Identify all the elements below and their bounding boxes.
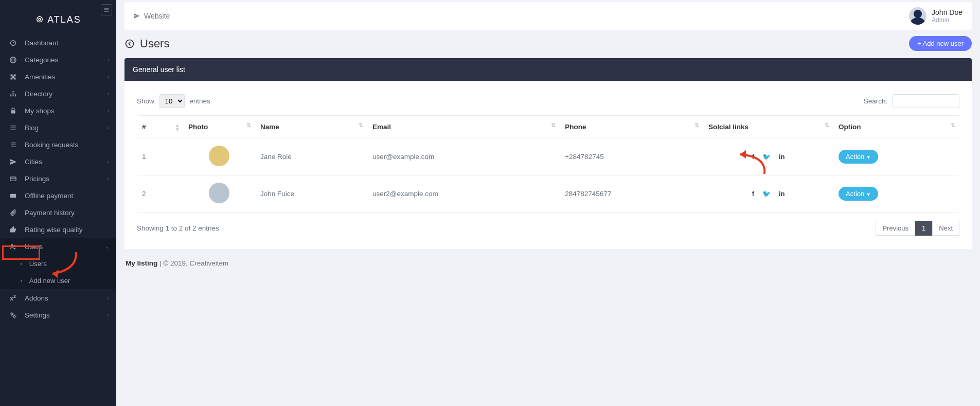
svg-point-9	[12, 91, 14, 93]
sidebar-item-label: Cities	[25, 158, 42, 166]
next-button[interactable]: Next	[932, 221, 959, 236]
search-label: Search:	[864, 97, 888, 105]
sidebar-item-label: Users	[25, 243, 43, 251]
col-option[interactable]: Option⇅	[833, 116, 959, 138]
action-button[interactable]: Action ▼	[839, 187, 878, 201]
cell-email: user@example.com	[367, 138, 560, 175]
sidebar-item-label: My shops	[25, 107, 55, 115]
sidebar: ATLAS DashboardCategories›Amenities›Dire…	[0, 0, 116, 277]
user-name: John Doe	[932, 8, 963, 16]
sidebar-item-blog[interactable]: Blog›	[0, 119, 116, 136]
add-new-user-button[interactable]: + Add new user	[909, 36, 972, 51]
plane-icon	[8, 158, 17, 166]
cell-photo	[183, 138, 255, 175]
chevron-icon: ›	[108, 125, 109, 131]
sort-icon: ▴▾	[176, 123, 179, 131]
sidebar-item-label: Dashboard	[25, 39, 59, 47]
sidebar-item-label: Pricings	[25, 175, 49, 183]
page-title: Users	[124, 37, 169, 50]
footer-credit: Creativeitem	[190, 259, 229, 267]
cell-social: f🐦in	[703, 175, 833, 213]
sidebar-item-label: Booking requests	[25, 141, 78, 149]
sidebar-item-offline-payment[interactable]: Offline payment	[0, 187, 116, 204]
facebook-icon[interactable]: f	[752, 190, 754, 198]
user-menu[interactable]: John Doe Admin	[909, 7, 963, 25]
table-row: 2John Fuiceuser2@example.com284782745677…	[137, 175, 959, 213]
page-1-button[interactable]: 1	[915, 221, 932, 236]
sidebar-toggle-button[interactable]	[101, 4, 112, 15]
col-name[interactable]: Name⇅	[255, 116, 367, 138]
svg-rect-13	[11, 110, 15, 113]
thumb-icon	[8, 226, 17, 234]
grid-icon	[8, 141, 17, 149]
sidebar-item-my-shops[interactable]: My shops›	[0, 102, 116, 119]
lock-icon	[8, 107, 17, 115]
sidebar-subitem-users[interactable]: •Users	[0, 255, 116, 272]
sidebar-item-directory[interactable]: Directory›	[0, 85, 116, 102]
svg-point-26	[11, 244, 13, 247]
website-link[interactable]: Website	[134, 12, 170, 20]
col--[interactable]: #▴▾	[137, 116, 183, 138]
sidebar-item-cities[interactable]: Cities›	[0, 153, 116, 170]
sidebar-item-label: Categories	[25, 56, 58, 64]
tree-icon	[8, 90, 17, 98]
svg-point-10	[10, 95, 11, 97]
action-button[interactable]: Action ▼	[839, 150, 878, 164]
clip-icon	[8, 209, 17, 217]
chevron-icon: ›	[108, 91, 109, 97]
wallet-icon	[8, 192, 17, 200]
sidebar-item-amenities[interactable]: Amenities›	[0, 68, 116, 85]
sidebar-item-label: Amenities	[25, 73, 55, 81]
chevron-icon: ›	[108, 74, 109, 80]
brand-logo[interactable]: ATLAS	[0, 0, 116, 34]
sort-icon: ⇅	[246, 123, 251, 127]
footer: My listing | © 2019, Creativeitem	[124, 257, 972, 269]
linkedin-icon[interactable]: in	[779, 153, 785, 161]
cell-option: Action ▼	[833, 138, 959, 175]
show-label: Show	[137, 97, 154, 105]
col-photo[interactable]: Photo⇅	[183, 116, 255, 138]
sidebar-item-label: Rating wise quality	[25, 226, 83, 234]
facebook-icon[interactable]: f	[752, 153, 754, 161]
website-label: Website	[144, 12, 170, 20]
sort-icon: ⇅	[951, 123, 955, 127]
twitter-icon[interactable]: 🐦	[762, 190, 771, 198]
globe-icon	[8, 56, 17, 64]
cell-social: f🐦in	[703, 138, 833, 175]
sort-icon: ⇅	[551, 123, 556, 127]
sidebar-nav: DashboardCategories›Amenities›Directory›…	[0, 34, 116, 277]
sidebar-item-users[interactable]: Users⌄	[0, 238, 116, 255]
users-table: #▴▾Photo⇅Name⇅Email⇅Phone⇅Solcial links⇅…	[137, 115, 959, 213]
sidebar-item-booking-requests[interactable]: Booking requests	[0, 136, 116, 153]
prev-button[interactable]: Previous	[876, 221, 915, 236]
sidebar-item-payment-history[interactable]: Payment history	[0, 204, 116, 221]
sidebar-subitem-add-new-user[interactable]: •Add new user	[0, 272, 116, 277]
sidebar-item-categories[interactable]: Categories›	[0, 51, 116, 68]
col-phone[interactable]: Phone⇅	[560, 116, 703, 138]
cell-option: Action ▼	[833, 175, 959, 213]
card-icon	[8, 175, 17, 183]
sort-icon: ⇅	[694, 123, 699, 127]
linkedin-icon[interactable]: in	[779, 190, 785, 198]
topbar: Website John Doe Admin	[124, 2, 972, 30]
paper-plane-icon	[134, 13, 140, 19]
sidebar-item-rating-wise-quality[interactable]: Rating wise quality	[0, 221, 116, 238]
sidebar-item-dashboard[interactable]: Dashboard	[0, 34, 116, 51]
list-icon	[8, 124, 17, 132]
dashboard-icon	[8, 39, 17, 47]
col-email[interactable]: Email⇅	[367, 116, 560, 138]
twitter-icon[interactable]: 🐦	[762, 153, 771, 161]
chevron-icon: ›	[108, 108, 109, 114]
sidebar-item-label: Payment history	[25, 209, 75, 217]
entries-label: entries	[189, 97, 210, 105]
svg-rect-25	[10, 194, 15, 198]
search-input[interactable]	[893, 94, 959, 108]
col-solcial-links[interactable]: Solcial links⇅	[703, 116, 833, 138]
cell-phone: 284782745677	[560, 175, 703, 213]
pagination: Previous 1 Next	[876, 221, 959, 236]
map-pin-icon	[35, 15, 44, 25]
cell-name: Jane Roie	[255, 138, 367, 175]
sidebar-item-pricings[interactable]: Pricings›	[0, 170, 116, 187]
entries-select[interactable]: 10	[159, 94, 185, 108]
card-header: General user list	[124, 58, 972, 81]
